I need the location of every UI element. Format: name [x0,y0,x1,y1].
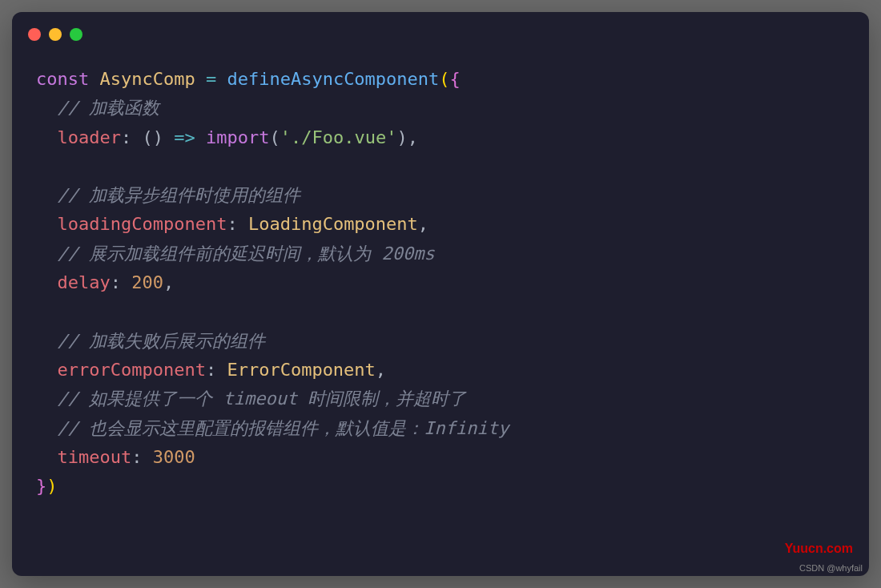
comment-line: // 如果提供了一个 timeout 时间限制，并超时了 [36,389,466,409]
code-content: const AsyncComp = defineAsyncComponent({… [12,49,869,517]
property-error-component: errorComponent [36,360,206,380]
property-loading-component: loadingComponent [36,214,227,234]
number-literal: 200 [131,272,163,292]
comment-line: // 加载异步组件时使用的组件 [36,185,300,205]
code-window: const AsyncComp = defineAsyncComponent({… [12,12,869,576]
watermark-site: Yuucn.com [785,542,853,556]
comment-line: // 也会显示这里配置的报错组件，默认值是：Infinity [36,418,509,438]
brace-close: } [36,476,46,496]
window-controls [12,12,869,49]
comma: , [408,127,418,147]
string-literal: './Foo.vue' [280,127,397,147]
maximize-icon[interactable] [70,28,82,41]
comma: , [163,272,174,292]
colon: : [121,127,143,147]
paren-open: ( [439,69,449,89]
paren-close: ) [396,127,407,147]
function-name: defineAsyncComponent [216,69,439,89]
property-loader: loader [36,127,121,147]
comma: , [418,214,428,234]
colon: : [111,272,132,292]
comma: , [376,360,386,380]
colon: : [131,447,153,467]
number-literal: 3000 [153,447,195,467]
operator-equals: = [206,69,216,89]
comment-line: // 展示加载组件前的延迟时间，默认为 200ms [36,244,435,264]
value-loading-component: LoadingComponent [248,214,418,234]
colon: : [227,214,248,234]
watermark-author: CSDN @whyfail [799,563,863,573]
property-timeout: timeout [36,447,131,467]
brace-open: { [450,69,461,89]
keyword-import: import [206,127,269,147]
comment-line: // 加载失败后展示的组件 [36,331,265,351]
close-icon[interactable] [28,28,41,41]
paren-close: ) [46,476,57,496]
value-error-component: ErrorComponent [227,360,375,380]
keyword-const: const [36,69,89,89]
colon: : [206,360,227,380]
property-delay: delay [36,272,111,292]
parens: () [142,127,163,147]
paren-open: ( [269,127,280,147]
comment-line: // 加载函数 [36,98,159,118]
variable-name: AsyncComp [89,69,206,89]
minimize-icon[interactable] [49,28,62,41]
arrow-operator: => [163,127,206,147]
